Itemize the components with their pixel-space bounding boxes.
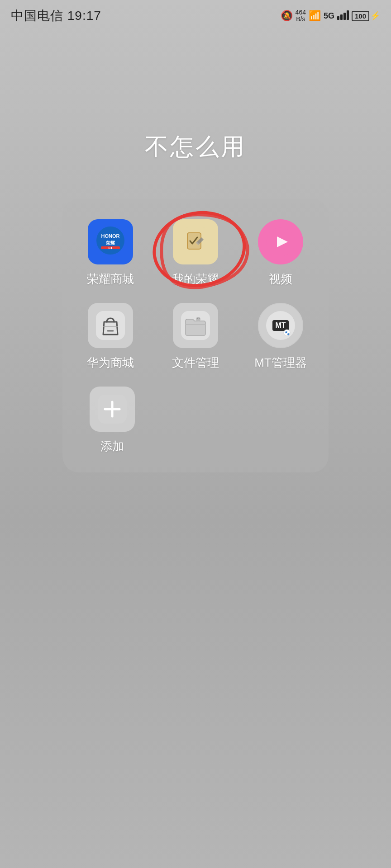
my-honor-label: 我的荣耀 (172, 271, 219, 287)
app-item-add[interactable]: 添加 (81, 384, 144, 454)
add-icon-wrapper (87, 384, 137, 434)
svg-text:MT: MT (275, 321, 286, 329)
app-grid: HONOR 荣耀 61 荣耀商城 (62, 199, 329, 472)
video-icon-wrapper (256, 217, 305, 267)
app-item-file-mgr[interactable]: 文件管理 (164, 301, 227, 371)
wifi-icon: 📶 (309, 10, 321, 22)
5g-label: 5G (324, 11, 334, 21)
svg-text:荣耀: 荣耀 (106, 241, 115, 245)
svg-rect-0 (337, 16, 339, 20)
status-icons: 🔕 464B/s 📶 5G 100 ⚡ (281, 9, 380, 23)
status-bar: 中国电信 19:17 🔕 464B/s 📶 5G 100 (0, 0, 391, 27)
svg-rect-1 (340, 14, 343, 20)
file-mgr-icon-wrapper (171, 301, 220, 350)
app-item-video[interactable]: 视频 (249, 217, 312, 287)
app-row-2: 华为商城 (79, 301, 312, 371)
app-item-honor-mall[interactable]: HONOR 荣耀 61 荣耀商城 (79, 217, 142, 287)
mt-mgr-icon: MT 🐾 (258, 303, 303, 348)
video-icon (258, 219, 303, 264)
file-mgr-label: 文件管理 (172, 355, 219, 371)
video-label: 视频 (269, 271, 292, 287)
mt-mgr-label: MT管理器 (254, 355, 307, 371)
screen: 中国电信 19:17 🔕 464B/s 📶 5G 100 (0, 0, 391, 868)
honor-mall-label: 荣耀商城 (87, 271, 134, 287)
app-item-my-honor[interactable]: 我的荣耀 (164, 217, 227, 287)
my-honor-icon (173, 219, 218, 264)
honor-mall-icon: HONOR 荣耀 61 (88, 219, 133, 264)
svg-text:HONOR: HONOR (101, 233, 120, 239)
svg-text:61: 61 (109, 246, 113, 250)
folder-title: 不怎么用 (145, 131, 246, 163)
battery-icon: 100 ⚡ (352, 11, 380, 21)
svg-point-20 (197, 318, 198, 319)
hw-mall-label: 华为商城 (87, 355, 134, 371)
app-item-hw-mall[interactable]: 华为商城 (79, 301, 142, 371)
mute-icon: 🔕 (281, 10, 293, 22)
svg-point-19 (196, 317, 200, 321)
hw-mall-icon-wrapper (86, 301, 135, 350)
svg-rect-2 (343, 13, 346, 20)
app-row-3: 添加 (79, 384, 312, 454)
hw-mall-icon (88, 303, 133, 348)
add-icon (90, 387, 135, 432)
svg-text:🐾: 🐾 (285, 330, 290, 336)
svg-point-21 (199, 318, 200, 319)
app-row-1: HONOR 荣耀 61 荣耀商城 (79, 217, 312, 287)
mt-mgr-icon-wrapper: MT 🐾 (256, 301, 305, 350)
network-speed: 464B/s (296, 9, 306, 23)
my-honor-icon-wrapper (171, 217, 220, 267)
signal-bars-icon (337, 10, 349, 22)
app-item-mt-mgr[interactable]: MT 🐾 MT管理器 (249, 301, 312, 371)
svg-rect-15 (96, 311, 125, 340)
honor-mall-icon-wrapper: HONOR 荣耀 61 (86, 217, 135, 267)
add-label: 添加 (100, 439, 124, 454)
carrier-time: 中国电信 19:17 (11, 7, 101, 24)
file-mgr-icon (173, 303, 218, 348)
svg-rect-3 (347, 10, 349, 20)
